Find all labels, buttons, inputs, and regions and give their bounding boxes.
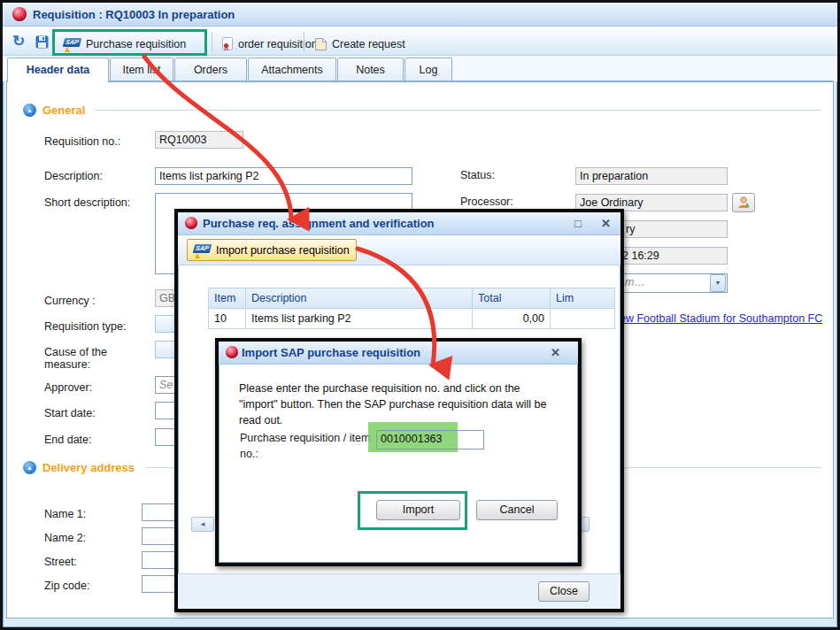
requisition-no-label: Requisition no.: — [44, 135, 120, 148]
scrollbar-left-arrow[interactable]: ◄ — [191, 517, 214, 532]
col-limit[interactable]: Lim — [551, 288, 615, 309]
import-sap-dialog: Import SAP purchase requisition ✕ Please… — [215, 338, 582, 566]
tab-item-list[interactable]: Item list — [110, 58, 173, 81]
start-date-label: Start date: — [44, 407, 96, 419]
tab-attachments[interactable]: Attachments — [248, 58, 336, 81]
close-icon[interactable]: ✕ — [601, 217, 611, 230]
collapse-delivery-icon[interactable]: ▲ — [23, 461, 36, 474]
cell-item[interactable]: 10 — [209, 309, 246, 329]
close-button[interactable]: Close — [538, 581, 590, 602]
close-icon[interactable]: ✕ — [551, 346, 560, 359]
select-processor-button[interactable] — [732, 193, 755, 212]
name1-label: Name 1: — [44, 508, 86, 520]
screenshot-root: Requisition : RQ10003 In preparation ↻ S… — [0, 0, 840, 630]
app-logo-icon — [12, 7, 27, 21]
window-titlebar: Requisition : RQ10003 In preparation — [3, 3, 837, 27]
approver-label: Approver: — [44, 381, 92, 394]
refresh-icon[interactable]: ↻ — [12, 34, 25, 49]
table-row[interactable]: 10 Items list parking P2 0,00 — [209, 309, 615, 329]
maximize-icon[interactable]: □ — [574, 217, 582, 230]
import-purchase-requisition-button[interactable]: SAP Import purchase requisition — [187, 239, 357, 261]
order-requisition-label: order requisition — [238, 38, 318, 50]
import-sap-dialog-titlebar: Import SAP purchase requisition ✕ — [219, 342, 578, 365]
status-field: In preparation — [575, 167, 728, 185]
purchase-requisition-no-label: Purchase requisition / item no.: — [240, 431, 374, 462]
create-request-icon — [314, 37, 328, 51]
col-total[interactable]: Total — [473, 288, 551, 309]
assignment-dialog-toolbar: SAP Import purchase requisition — [178, 235, 620, 265]
toolbar-separator — [304, 32, 304, 51]
assignment-dialog-titlebar: Purchase req. assignment and verificatio… — [178, 212, 620, 235]
table-header-row: Item Description Total Lim — [209, 288, 615, 309]
dialog-logo-icon — [226, 346, 238, 358]
tab-log[interactable]: Log — [405, 58, 452, 81]
create-request-label: Create request — [332, 38, 405, 50]
purchase-requisition-button[interactable]: SAP Purchase requisition — [62, 33, 186, 55]
street-label: Street: — [44, 556, 77, 568]
description-label: Description: — [44, 170, 103, 182]
project-link[interactable]: ew Football Stadium for Southampton FC — [620, 312, 822, 325]
dialog-logo-icon — [185, 217, 197, 229]
tab-header-data[interactable]: Header data — [7, 58, 109, 82]
chevron-down-icon[interactable]: ▼ — [710, 274, 726, 292]
delivery-section-title: Delivery address — [42, 461, 135, 474]
collapse-general-icon[interactable]: ▲ — [23, 104, 36, 117]
col-description[interactable]: Description — [246, 288, 473, 309]
cause-of-measure-label: Cause of the measure: — [44, 346, 140, 371]
general-section-title: General — [42, 104, 85, 117]
requisition-items-table: Item Description Total Lim 10 Items list… — [208, 288, 615, 329]
requisition-type-label: Requisition type: — [44, 320, 126, 333]
import-sap-dialog-title: Import SAP purchase requisition — [242, 346, 420, 359]
assignment-dialog-title: Purchase req. assignment and verificatio… — [203, 217, 435, 230]
window-title: Requisition : RQ10003 In preparation — [33, 8, 235, 21]
toolbar-separator — [212, 32, 212, 51]
status-label: Status: — [460, 169, 495, 181]
tab-notes[interactable]: Notes — [337, 58, 404, 81]
cell-limit[interactable] — [551, 309, 615, 329]
create-request-button[interactable]: Create request — [314, 33, 405, 55]
description-field[interactable]: Items list parking P2 — [155, 167, 412, 185]
purchase-requisition-label: Purchase requisition — [86, 38, 186, 50]
end-date-label: End date: — [44, 434, 92, 446]
requisition-no-field: RQ10003 — [155, 131, 243, 149]
cancel-button[interactable]: Cancel — [476, 500, 558, 520]
short-description-label: Short description: — [44, 196, 130, 209]
cell-total[interactable]: 0,00 — [473, 309, 551, 329]
person-icon — [736, 196, 751, 210]
cell-description[interactable]: Items list parking P2 — [246, 309, 473, 329]
save-icon[interactable] — [35, 35, 49, 49]
zip-label: Zip code: — [44, 580, 89, 592]
sap-import-icon: SAP — [62, 37, 81, 50]
import-button[interactable]: Import — [376, 500, 460, 520]
name2-label: Name 2: — [44, 532, 86, 544]
order-requisition-icon — [221, 37, 234, 51]
sap-import-icon: SAP — [192, 243, 212, 257]
col-item[interactable]: Item — [209, 288, 246, 309]
tab-orders[interactable]: Orders — [174, 58, 247, 81]
currency-label: Currency : — [44, 295, 96, 307]
import-purchase-requisition-label: Import purchase requisition — [216, 244, 350, 257]
purchase-requisition-no-input[interactable]: 0010001363 — [376, 430, 484, 449]
section-divider — [94, 110, 821, 111]
processor-label: Processor: — [460, 196, 513, 208]
assignment-dialog-footer: Close — [178, 573, 620, 609]
